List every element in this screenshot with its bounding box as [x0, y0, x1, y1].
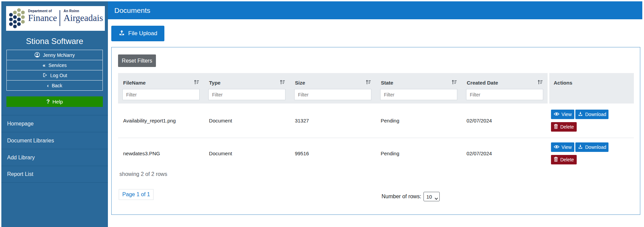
sort-icon[interactable]: [452, 80, 457, 86]
column-type-label: Type: [209, 80, 221, 86]
sidebar-item-report-list[interactable]: Report List: [1, 166, 108, 183]
sidebar-nav: Homepage Document Libraries Add Library …: [1, 115, 108, 183]
file-upload-button[interactable]: File Upload: [111, 26, 164, 41]
sidebar: Department of Finance An Roinn Airgeadai…: [1, 1, 108, 227]
cell-size: 31327: [290, 104, 376, 138]
table-header: FileName Type Size: [118, 73, 548, 104]
logo-airgeadais: Airgeadais: [64, 13, 103, 23]
logo-an-roinn: An Roinn: [64, 9, 103, 13]
logout-button-label: Log Out: [50, 73, 67, 78]
sort-icon[interactable]: [537, 80, 543, 86]
rows-per-page-control: Number of rows: 10: [382, 192, 440, 201]
upload-icon: [118, 29, 125, 38]
column-size: Size: [290, 73, 376, 104]
delete-button[interactable]: Delete: [551, 122, 577, 132]
column-filename: FileName: [118, 73, 204, 104]
double-chevron-left-icon: «: [43, 63, 45, 68]
page-indicator-button[interactable]: Page 1 of 1: [119, 189, 154, 200]
table-row: newdates3.PNG Document 99516 Pending 02/…: [118, 138, 634, 168]
sidebar-item-document-libraries[interactable]: Document Libraries: [1, 132, 108, 149]
sort-icon[interactable]: [366, 80, 371, 86]
trash-icon: [554, 124, 558, 130]
logo-finance: Finance: [28, 13, 57, 23]
trash-icon: [554, 157, 558, 163]
app-title: Stiona Software: [1, 37, 108, 46]
column-actions-label: Actions: [554, 80, 572, 86]
cell-size: 99516: [290, 138, 376, 168]
user-button-label: Jenny McNarry: [43, 52, 75, 58]
cell-type: Document: [204, 138, 290, 168]
cell-actions: View Download: [551, 138, 634, 168]
cell-filename: Availability_report1.png: [118, 104, 204, 138]
view-button[interactable]: View: [551, 142, 574, 152]
sort-icon[interactable]: [194, 80, 199, 86]
row-count-summary: showing 2 of 2 rows: [119, 171, 167, 177]
file-upload-label: File Upload: [128, 30, 157, 37]
cell-created-date: 02/07/2024: [461, 138, 547, 168]
view-button[interactable]: View: [551, 110, 574, 119]
back-button-label: Back: [52, 83, 62, 88]
logout-icon: [42, 73, 47, 78]
delete-button-label: Delete: [560, 157, 574, 162]
column-type: Type: [204, 73, 290, 104]
cell-state: Pending: [375, 138, 461, 168]
eye-icon: [554, 144, 559, 150]
column-filename-label: FileName: [123, 80, 146, 86]
sort-icon[interactable]: [280, 80, 285, 86]
delete-button-label: Delete: [560, 124, 574, 130]
size-filter-input[interactable]: [294, 89, 371, 100]
download-button-label: Download: [585, 144, 606, 150]
sidebar-item-add-library[interactable]: Add Library: [1, 149, 108, 166]
page-title: Documents: [114, 6, 150, 15]
question-mark-icon: ?: [46, 99, 50, 105]
user-circle-icon: [34, 52, 40, 58]
column-state: State: [376, 73, 462, 104]
logo-department-of: Department of: [28, 9, 57, 13]
rows-per-page-select[interactable]: 10: [423, 192, 440, 201]
view-button-label: View: [561, 144, 572, 150]
table-row: Availability_report1.png Document 31327 …: [118, 104, 634, 138]
back-button[interactable]: ‹ Back: [6, 80, 103, 91]
reset-filters-button[interactable]: Reset Filters: [118, 54, 156, 67]
services-button-label: Services: [48, 63, 67, 68]
view-button-label: View: [561, 112, 572, 117]
download-button[interactable]: Download: [575, 142, 608, 152]
download-button[interactable]: Download: [575, 110, 608, 119]
cell-actions: View Download: [551, 104, 634, 138]
created-date-filter-input[interactable]: [466, 89, 543, 100]
download-icon: [578, 144, 583, 150]
sidebar-item-homepage[interactable]: Homepage: [1, 115, 108, 132]
documents-panel: Reset Filters FileName Type: [111, 47, 640, 215]
services-button[interactable]: « Services: [6, 60, 103, 70]
eye-icon: [554, 112, 559, 117]
column-size-label: Size: [295, 80, 305, 86]
cell-filename: newdates3.PNG: [118, 138, 204, 168]
logout-button[interactable]: Log Out: [6, 70, 103, 81]
filename-filter-input[interactable]: [122, 89, 200, 100]
hexagon-flax-icon: [9, 8, 28, 29]
column-state-label: State: [381, 80, 393, 86]
column-created-date-label: Created Date: [467, 80, 498, 86]
help-button-label: Help: [52, 99, 63, 105]
logo-divider: [60, 10, 60, 26]
page-header: Documents: [108, 1, 642, 19]
cell-created-date: 02/07/2024: [461, 104, 547, 138]
column-created-date: Created Date: [462, 73, 548, 104]
help-button[interactable]: ? Help: [6, 96, 103, 107]
chevron-left-icon: ‹: [47, 83, 49, 88]
state-filter-input[interactable]: [380, 89, 457, 100]
cell-type: Document: [204, 104, 290, 138]
type-filter-input[interactable]: [208, 89, 285, 100]
delete-button[interactable]: Delete: [551, 155, 577, 164]
column-actions: Actions: [549, 73, 634, 104]
finance-logo: Department of Finance An Roinn Airgeadai…: [6, 6, 105, 31]
cell-state: Pending: [375, 104, 461, 138]
download-icon: [578, 111, 583, 117]
user-button[interactable]: Jenny McNarry: [6, 50, 103, 60]
rows-per-page-label: Number of rows:: [382, 194, 421, 200]
download-button-label: Download: [585, 112, 606, 117]
